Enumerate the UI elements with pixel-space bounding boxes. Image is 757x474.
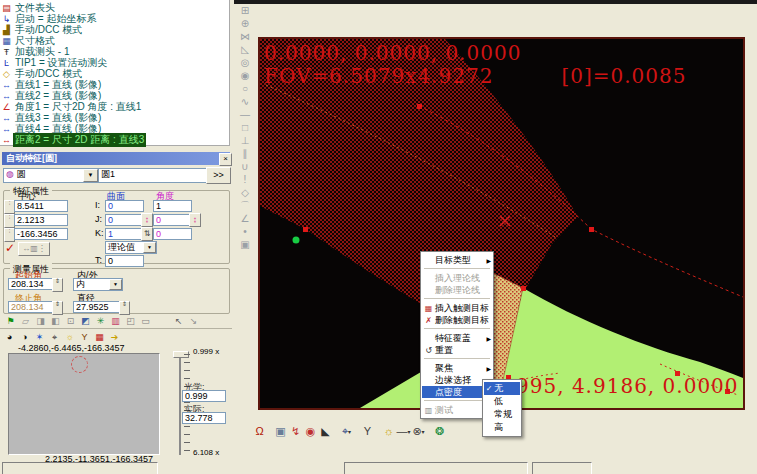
line-icon[interactable]: —	[236, 108, 254, 121]
graphics-viewport[interactable]: 0.0000, 0.0000, 0.0000 FOV=6.5079x4.9272…	[258, 37, 745, 410]
arc-icon[interactable]: ⌒	[236, 199, 254, 212]
angle-icon[interactable]: ∠	[236, 212, 254, 225]
curve-icon[interactable]: ∿	[236, 95, 254, 108]
center-z-field[interactable]: -166.3456	[14, 228, 68, 240]
j-angle-flip-icon[interactable]: ↨	[189, 213, 201, 227]
submenu-item-density-normal[interactable]: 常规	[484, 408, 520, 421]
magnifier-icon[interactable]: ⌖	[47, 330, 62, 344]
i-angle-field[interactable]: 1	[153, 200, 192, 212]
grid-icon[interactable]: ⊞	[236, 4, 254, 17]
parallel-icon[interactable]: ∥	[236, 147, 254, 160]
plane-icon[interactable]: ◇	[236, 186, 254, 199]
k-surface-field[interactable]: 1	[105, 228, 144, 240]
triangle-icon[interactable]: ◺	[236, 43, 254, 56]
perpendicular-icon[interactable]: ⊥	[236, 134, 254, 147]
tree-item-dist2[interactable]: ↔距离2 = 尺寸 2D 距离 : 直线3	[0, 134, 229, 145]
profile-icon[interactable]: ∪	[236, 160, 254, 173]
submenu-item-density-high[interactable]: 高	[484, 421, 520, 434]
shade-wedge-icon[interactable]: ◣	[318, 424, 333, 439]
menu-item-target-type[interactable]: 目标类型▶	[422, 254, 492, 266]
rect-icon[interactable]: ▭	[138, 314, 153, 328]
line-tool-icon[interactable]: —▾	[396, 424, 411, 439]
exposure-half-icon[interactable]: ◑	[17, 330, 32, 344]
alert-icon[interactable]: !	[236, 173, 254, 186]
chevron-down-icon[interactable]: ▼	[143, 242, 156, 253]
menu-item-focus[interactable]: 聚焦▶	[422, 362, 492, 374]
close-icon[interactable]: ×	[219, 153, 232, 166]
optical-field[interactable]: 0.999	[182, 390, 226, 402]
edge-trace-icon[interactable]: ↯	[288, 424, 303, 439]
frame-icon[interactable]: ◰	[123, 314, 138, 328]
k-flip-icon[interactable]: ⇅	[141, 227, 153, 241]
end-angle-spinner[interactable]: ⇕	[52, 301, 63, 315]
arrow-se-icon[interactable]: ↘	[186, 314, 201, 328]
motion-box-icon[interactable]: ▦	[92, 330, 107, 344]
diameter-spinner[interactable]: ⇕	[119, 301, 130, 315]
edit-window-tree[interactable]: ▤文件表头↳启动 = 起始坐标系▟手动/DCC 模式▦尺寸格式Ŧ加载测头 - 1…	[0, 0, 230, 146]
theo-value-dropdown[interactable]: 理论值 ▼	[105, 241, 157, 254]
center-x-field[interactable]: 8.5411	[14, 200, 68, 212]
probe-stand-icon[interactable]: Y	[77, 330, 92, 344]
confirm-check-icon[interactable]: ✓	[5, 241, 15, 255]
arrow-nw-icon[interactable]: ↖	[171, 314, 186, 328]
end-angle-field[interactable]: 208.134	[8, 301, 56, 313]
start-angle-spinner[interactable]: ⇕	[52, 278, 63, 292]
ellipse-icon[interactable]: ○	[236, 82, 254, 95]
arrow-icon[interactable]: ➔	[107, 330, 122, 344]
chevron-down-icon[interactable]: ▾	[348, 429, 351, 435]
snap-left-icon[interactable]: ◧	[48, 314, 63, 328]
i-surface-field[interactable]: 0	[105, 200, 144, 212]
inout-dropdown[interactable]: 内 ▼	[73, 278, 123, 291]
slot-icon[interactable]: ⋈	[236, 30, 254, 43]
t-field[interactable]: 0	[105, 255, 144, 267]
menu-item-insert-theo-line[interactable]: 插入理论线	[422, 272, 492, 284]
menu-item-delete-touch-target[interactable]: ✗删除触测目标	[422, 314, 492, 326]
j-flip-icon[interactable]: ↨	[141, 213, 153, 227]
chevron-down-icon[interactable]: ▼	[109, 279, 122, 290]
circle-icon[interactable]: ◎	[236, 56, 254, 69]
square-icon[interactable]: □	[236, 121, 254, 134]
point-icon[interactable]: ⊕	[236, 17, 254, 30]
magnet-tool-icon[interactable]: Ω	[252, 424, 267, 439]
zoom-tool-icon[interactable]: ⌖▾	[339, 424, 354, 439]
lamp-icon[interactable]: ☼	[62, 330, 77, 344]
menu-item-insert-touch-target[interactable]: ▦插入触测目标	[422, 302, 492, 314]
chevron-down-icon[interactable]: ▼	[83, 169, 98, 182]
submenu-item-density-low[interactable]: 低	[484, 395, 520, 408]
menu-item-reset[interactable]: ↺重置	[422, 344, 492, 356]
stage-icon[interactable]: Y	[360, 424, 375, 439]
actual-field[interactable]: 32.778	[182, 412, 226, 424]
center-y-field[interactable]: 2.1213	[14, 214, 68, 226]
feature-name-field[interactable]: 圆1	[98, 168, 208, 183]
menu-item-delete-theo-line[interactable]: 删除理论线	[422, 284, 492, 296]
snap-right-icon[interactable]: ◨	[33, 314, 48, 328]
expand-button[interactable]: >>	[206, 167, 231, 184]
menu-item-feature-override[interactable]: 特征覆盖▶	[422, 332, 492, 344]
feature-type-dropdown[interactable]: ◍ 圆 ▼	[3, 168, 99, 183]
illumination-icon[interactable]: ☼	[381, 424, 396, 439]
probe-mode-icon[interactable]: ⊗▾	[411, 424, 426, 439]
histogram-icon[interactable]: ▥	[108, 314, 123, 328]
concentric-icon[interactable]: ◉	[236, 69, 254, 82]
chevron-down-icon[interactable]: ▾	[422, 429, 425, 435]
center-target-icon[interactable]: ⊡	[63, 314, 78, 328]
camera-image[interactable]	[8, 353, 160, 455]
submenu-item-density-none[interactable]: ✓无	[484, 382, 520, 395]
j-angle-field[interactable]: 0	[153, 214, 192, 226]
flag-icon[interactable]: ⚑	[3, 314, 18, 328]
box-icon[interactable]: ▣	[236, 238, 254, 251]
exposure-dark-icon[interactable]: ◕	[2, 330, 17, 344]
dot-icon[interactable]: •	[236, 225, 254, 238]
illumination-star-icon[interactable]: ✶	[32, 330, 47, 344]
camera-icon[interactable]: ▣	[273, 424, 288, 439]
k-angle-field[interactable]: 0	[153, 228, 192, 240]
j-surface-field[interactable]: 0	[105, 214, 144, 226]
polygon-icon[interactable]: ▱	[18, 314, 33, 328]
gear-icon[interactable]: ✳	[93, 314, 108, 328]
camera-view-icon[interactable]: ◩	[78, 314, 93, 328]
zoom-slider-track[interactable]	[179, 352, 181, 455]
start-angle-field[interactable]: 208.134	[8, 278, 56, 290]
target-circle-icon[interactable]: ◉	[303, 424, 318, 439]
diameter-field[interactable]: 27.9525	[73, 301, 123, 313]
magic-wand-icon[interactable]: ❂	[432, 424, 447, 439]
